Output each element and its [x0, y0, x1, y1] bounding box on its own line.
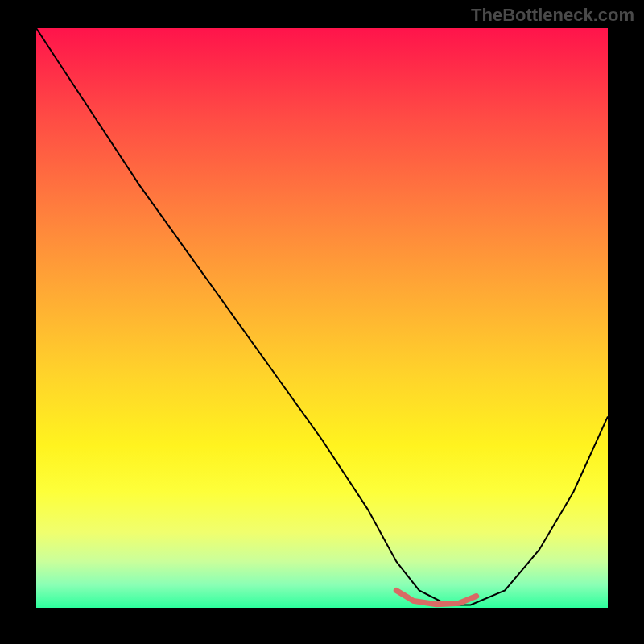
watermark-text: TheBottleneck.com: [471, 5, 634, 26]
main-curve: [36, 28, 608, 605]
chart-container: TheBottleneck.com: [0, 0, 644, 644]
highlight-curve: [396, 590, 476, 604]
chart-svg: [36, 28, 608, 608]
